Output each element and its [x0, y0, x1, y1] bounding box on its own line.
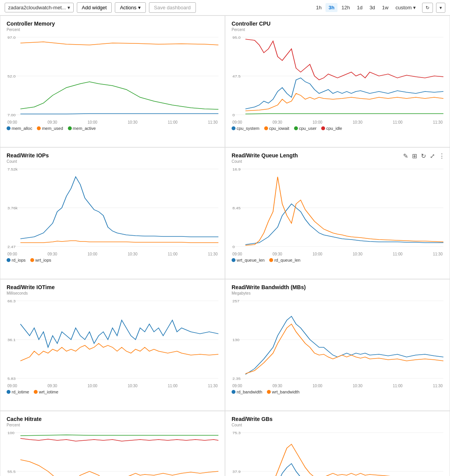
legend: cpu_system cpu_iowait cpu_user cpu_idle — [232, 126, 443, 131]
legend-mem-alloc: mem_alloc — [7, 126, 32, 131]
widget-title: Controller Memory — [7, 21, 218, 27]
svg-text:257: 257 — [232, 299, 239, 303]
legend-mem-active: mem_active — [68, 126, 96, 131]
legend-mem-used: mem_used — [37, 126, 63, 131]
svg-text:2.35: 2.35 — [232, 377, 241, 381]
settings-icon: ▾ — [440, 5, 442, 10]
widget-rw-queue: Read/Write Queue Length ✎ ⊞ ↻ ⤢ ⋮ Count … — [225, 147, 450, 279]
legend-rd-iops: rd_iops — [7, 258, 26, 262]
svg-text:16.9: 16.9 — [232, 167, 241, 171]
svg-text:7.00: 7.00 — [7, 113, 16, 117]
widget-rw-gbs: Read/Write GBs Count 75.3 37.9 0.482 09:… — [225, 411, 450, 476]
time-1w-button[interactable]: 1w — [379, 3, 392, 12]
legend: rd_bandwidth wrt_bandwidth — [232, 390, 443, 394]
x-axis-labels: 09:0009:3010:0010:3011:0011:30 — [232, 120, 443, 124]
y-axis-label: Count — [7, 159, 218, 164]
document-icon[interactable]: ⊞ — [411, 152, 418, 160]
chart-area: 16.9 8.45 0 — [232, 165, 443, 250]
widget-rw-iotime: Read/Write IOTime Milliseconds 66.3 36.1… — [0, 279, 225, 411]
chart-area: 95.0 47.5 0 — [232, 33, 443, 119]
time-custom-button[interactable]: custom ▾ — [392, 3, 419, 12]
widget-title: Read/Write GBs — [232, 416, 443, 422]
actions-button[interactable]: Actions ▾ — [115, 2, 146, 13]
add-widget-button[interactable]: Add widget — [77, 2, 112, 13]
chart-area: 97.0 52.0 7.00 — [7, 33, 218, 119]
top-bar: zadara2cloudwatch-met... ▾ Add widget Ac… — [0, 0, 450, 16]
x-axis-labels: 09:0009:3010:0010:3011:0011:30 — [232, 252, 443, 256]
chart-area: 100 55.5 11.0 — [7, 429, 218, 476]
refresh-button[interactable]: ↻ — [422, 3, 433, 13]
svg-text:55.5: 55.5 — [7, 470, 16, 474]
widget-controller-cpu: Controller CPU Percent 95.0 47.5 0 09: — [225, 16, 450, 147]
x-axis-labels: 09:0009:3010:0010:3011:0011:30 — [7, 120, 218, 124]
x-axis-labels: 09:0009:3010:0010:3011:0011:30 — [7, 384, 218, 388]
legend-wrt-iotime: wrt_iotime — [34, 390, 58, 394]
svg-text:52.0: 52.0 — [7, 74, 16, 78]
legend-cpu-system: cpu_system — [232, 126, 260, 131]
widget-rw-iops: Read/Write IOPs Count 7.52k 3.76k 2.47 0… — [0, 147, 225, 279]
dashboard-selector[interactable]: zadara2cloudwatch-met... ▾ — [5, 3, 74, 12]
time-1h-button[interactable]: 1h — [313, 3, 325, 12]
widget-rw-bandwidth: Read/Write Bandwidth (MBs) Megabytes 257… — [225, 279, 450, 411]
svg-text:0: 0 — [232, 113, 235, 117]
svg-text:5.83: 5.83 — [7, 377, 16, 381]
settings-button[interactable]: ▾ — [436, 3, 445, 13]
save-dashboard-button[interactable]: Save dashboard — [149, 2, 196, 13]
legend: rd_iops wrt_iops — [7, 258, 218, 262]
y-axis-label: Percent — [7, 28, 218, 32]
actions-label: Actions — [120, 5, 137, 10]
y-axis-label: Count — [232, 423, 443, 427]
legend: rd_iotime wrt_iotime — [7, 390, 218, 394]
svg-text:97.0: 97.0 — [7, 36, 16, 40]
svg-text:36.1: 36.1 — [7, 338, 16, 342]
legend-cpu-idle: cpu_idle — [321, 126, 342, 131]
widget-title: Cache Hitrate — [7, 416, 218, 422]
x-axis-labels: 09:0009:3010:0010:3011:0011:30 — [232, 384, 443, 388]
more-icon[interactable]: ⋮ — [438, 152, 446, 160]
legend-rd-queue: rd_queue_len — [269, 258, 300, 262]
chart-area: 75.3 37.9 0.482 — [232, 429, 443, 476]
time-1d-button[interactable]: 1d — [354, 3, 365, 12]
svg-text:130: 130 — [232, 338, 239, 342]
legend-wrt-iops: wrt_iops — [30, 258, 51, 262]
legend-wrt-bandwidth: wrt_bandwidth — [267, 390, 299, 394]
svg-text:47.5: 47.5 — [232, 74, 241, 78]
widget-title: Read/Write IOPs — [7, 152, 218, 159]
time-3h-button[interactable]: 3h — [325, 3, 338, 12]
legend-wrt-queue: wrt_queue_len — [232, 258, 265, 262]
legend-rd-iotime: rd_iotime — [7, 390, 29, 394]
time-3d-button[interactable]: 3d — [366, 3, 378, 12]
edit-icon[interactable]: ✎ — [402, 152, 409, 160]
dropdown-chevron-icon: ▾ — [68, 5, 70, 10]
svg-text:100: 100 — [7, 431, 14, 435]
time-controls: 1h 3h 12h 1d 3d 1w custom ▾ — [313, 3, 419, 12]
actions-chevron-icon: ▾ — [138, 5, 141, 10]
widget-controller-memory: Controller Memory Percent 97.0 52.0 7.00 — [0, 16, 225, 147]
svg-text:3.76k: 3.76k — [7, 206, 17, 210]
svg-text:37.9: 37.9 — [232, 470, 241, 474]
dashboard-name-label: zadara2cloudwatch-met... — [8, 5, 66, 10]
y-axis-label: Percent — [7, 423, 218, 427]
widget-actions: ✎ ⊞ ↻ ⤢ ⋮ — [402, 152, 446, 160]
dashboard-grid: Controller Memory Percent 97.0 52.0 7.00 — [0, 16, 450, 476]
chart-area: 66.3 36.1 5.83 — [7, 297, 218, 382]
legend-rd-bandwidth: rd_bandwidth — [232, 390, 262, 394]
y-axis-label: Milliseconds — [7, 291, 218, 295]
svg-text:95.0: 95.0 — [232, 36, 241, 40]
legend: wrt_queue_len rd_queue_len — [232, 258, 443, 262]
widget-title: Read/Write IOTime — [7, 284, 218, 290]
svg-text:2.47: 2.47 — [7, 245, 16, 249]
widget-title: Read/Write Bandwidth (MBs) — [232, 284, 443, 290]
time-12h-button[interactable]: 12h — [338, 3, 353, 12]
fullscreen-icon[interactable]: ⤢ — [429, 152, 436, 160]
refresh-icon: ↻ — [426, 5, 429, 10]
chart-area: 7.52k 3.76k 2.47 — [7, 165, 218, 250]
svg-text:8.45: 8.45 — [232, 206, 241, 210]
chart-area: 257 130 2.35 — [232, 297, 443, 382]
refresh-icon[interactable]: ↻ — [420, 152, 427, 160]
y-axis-label: Percent — [232, 28, 443, 32]
legend-cpu-user: cpu_user — [294, 126, 317, 131]
x-axis-labels: 09:0009:3010:0010:3011:0011:30 — [7, 252, 218, 256]
svg-text:75.3: 75.3 — [232, 431, 241, 435]
legend: mem_alloc mem_used mem_active — [7, 126, 218, 131]
